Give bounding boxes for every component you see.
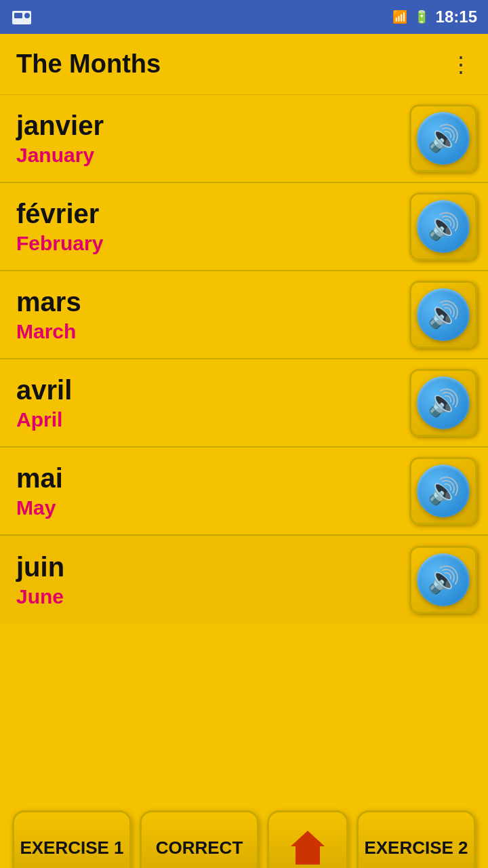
app-icon [11,8,33,30]
battery-icon: 🔋 [414,9,429,24]
exercise1-label: EXERCISE 1 [20,837,123,859]
sound-circle: 🔊 [417,553,470,606]
month-text-avril: avril April [16,374,72,433]
correct-button[interactable]: CORRECT [140,810,259,868]
svg-point-2 [24,13,30,18]
sound-circle: 🔊 [417,200,470,253]
sound-button-mai[interactable]: 🔊 [409,457,477,525]
list-item: avril April 🔊 [0,359,488,448]
sound-circle: 🔊 [417,288,470,341]
sound-circle: 🔊 [417,376,470,429]
english-word: March [16,318,81,344]
sound-circle: 🔊 [417,465,470,517]
list-item: mars March 🔊 [0,271,488,359]
month-text-janvier: janvier January [16,109,104,168]
sound-button-mars[interactable]: 🔊 [409,281,477,349]
page-title: The Months [16,50,161,79]
exercise2-label: EXERCISE 2 [364,837,468,859]
month-text-fevrier: février February [16,197,103,256]
content-area: janvier January 🔊 février February 🔊 mar… [0,95,488,739]
svg-rect-4 [303,853,312,865]
month-text-juin: juin June [16,551,64,610]
list-item: juin June 🔊 [0,536,488,624]
sound-icon: 🔊 [428,476,460,506]
bottom-buttons-bar: EXERCISE 1 CORRECT EXERCISE 2 [0,800,488,868]
sound-button-juin[interactable]: 🔊 [409,546,477,614]
home-button[interactable] [267,810,348,868]
menu-icon[interactable]: ⋮ [450,52,472,77]
correct-label: CORRECT [156,837,243,859]
sound-button-fevrier[interactable]: 🔊 [409,193,477,260]
sound-icon: 🔊 [428,565,460,595]
french-word: mars [16,285,81,318]
english-word: May [16,494,63,521]
list-item: janvier January 🔊 [0,95,488,183]
sound-icon: 🔊 [428,388,460,418]
french-word: juin [16,551,64,583]
list-item: mai May 🔊 [0,448,488,536]
english-word: February [16,230,103,256]
top-bar: The Months ⋮ [0,34,488,95]
french-word: avril [16,374,72,406]
month-text-mai: mai May [16,462,63,521]
sound-icon: 🔊 [428,123,460,153]
signal-icon: 📶 [392,9,407,24]
sound-button-janvier[interactable]: 🔊 [409,104,477,172]
time-display: 18:15 [436,7,477,26]
sound-circle: 🔊 [417,112,470,165]
sound-icon: 🔊 [428,212,460,241]
french-word: janvier [16,109,104,142]
empty-area [0,739,488,800]
french-word: février [16,197,103,230]
french-word: mai [16,462,63,494]
svg-rect-1 [14,13,22,18]
sound-icon: 🔊 [428,300,460,330]
status-bar: 📶 🔋 18:15 [0,0,488,34]
english-word: January [16,142,104,168]
home-icon [287,827,328,868]
exercise1-button[interactable]: EXERCISE 1 [12,810,131,868]
english-word: June [16,583,64,610]
list-item: février February 🔊 [0,183,488,271]
month-text-mars: mars March [16,285,81,344]
english-word: April [16,406,72,433]
sound-button-avril[interactable]: 🔊 [409,369,477,437]
exercise2-button[interactable]: EXERCISE 2 [357,810,476,868]
